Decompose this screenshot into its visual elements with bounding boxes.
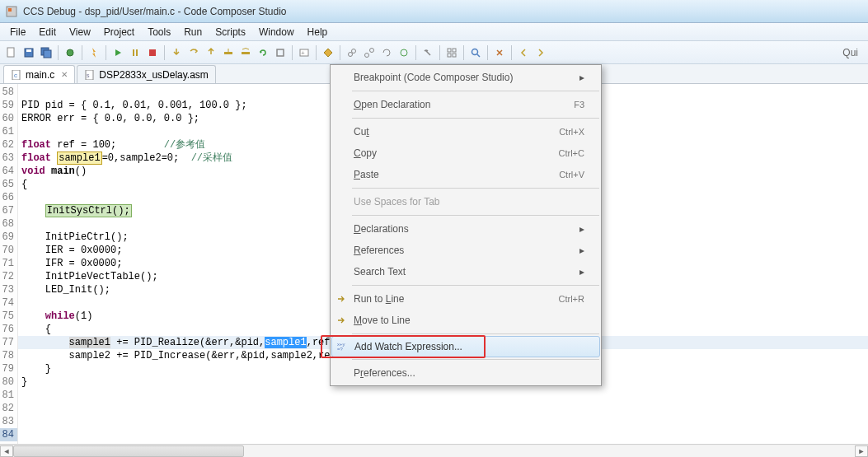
svg-text:c: c [14, 72, 17, 79]
menu-item-label: Add Watch Expression... [354, 341, 583, 352]
context-menu-item[interactable]: Preferences... [331, 362, 601, 384]
forward-icon[interactable] [533, 44, 549, 61]
menu-item-label: Copy [354, 147, 559, 159]
line-number: 83 [0, 415, 17, 428]
search-icon[interactable] [467, 44, 484, 61]
line-number: 67 [0, 204, 17, 217]
new-icon[interactable] [3, 44, 20, 61]
context-menu-item[interactable]: CopyCtrl+C [331, 142, 601, 164]
context-menu-item[interactable]: Move to Line [331, 310, 601, 331]
menu-separator [352, 91, 599, 91]
code-line[interactable] [18, 402, 868, 415]
menu-separator [352, 188, 599, 189]
step-asm-over-icon[interactable] [237, 44, 254, 61]
context-menu-item[interactable]: Declarations▸ [331, 218, 601, 240]
svg-rect-23 [453, 54, 456, 57]
svg-rect-8 [133, 49, 134, 56]
menu-bar: File Edit View Project Tools Run Scripts… [0, 23, 868, 41]
tab-usdelay-asm[interactable]: s DSP2833x_usDelay.asm [77, 65, 216, 83]
line-number: 75 [0, 310, 17, 323]
step-return-icon[interactable] [203, 44, 219, 61]
menu-shortcut: F3 [574, 100, 584, 110]
line-number: 82 [0, 402, 17, 415]
menu-file[interactable]: File [3, 25, 32, 40]
code-line[interactable] [18, 389, 868, 402]
menu-item-label: Run to Line [354, 293, 559, 305]
context-menu-item[interactable]: Breakpoint (Code Composer Studio)▸ [331, 67, 601, 88]
line-number: 76 [0, 323, 17, 336]
toggle-icon[interactable] [491, 44, 508, 61]
menu-scripts[interactable]: Scripts [209, 25, 252, 40]
save-icon[interactable] [21, 44, 37, 61]
menu-run[interactable]: Run [177, 25, 209, 40]
line-number: 64 [0, 165, 17, 178]
line-number: 79 [0, 362, 17, 375]
menu-separator [352, 359, 599, 360]
build-icon[interactable] [320, 44, 336, 61]
line-number: 74 [0, 296, 17, 310]
menu-separator [352, 333, 599, 334]
new-target-icon[interactable]: + [296, 44, 312, 61]
line-number: 81 [0, 389, 17, 402]
stop-icon[interactable] [144, 44, 161, 61]
step-asm-into-icon[interactable] [220, 44, 237, 61]
close-icon[interactable]: ✕ [61, 70, 68, 79]
reset-icon[interactable] [272, 44, 289, 61]
wrench-icon[interactable] [420, 44, 436, 61]
title-bar: CCS Debug - dsp_pid/User/main.c - Code C… [0, 0, 868, 23]
grid-icon[interactable] [443, 44, 460, 61]
step-into-icon[interactable] [168, 44, 185, 61]
code-line[interactable] [18, 415, 868, 428]
line-number: 59 [0, 99, 17, 112]
tab-main-c[interactable]: c main.c ✕ [3, 65, 75, 83]
code-line[interactable] [18, 428, 868, 441]
svg-text:+: + [301, 49, 305, 57]
menu-project[interactable]: Project [97, 25, 141, 40]
step-over-icon[interactable] [185, 44, 202, 61]
toolbar-sep [415, 45, 416, 60]
svg-point-24 [472, 49, 478, 54]
quick-access[interactable]: Qui [842, 47, 865, 58]
toolbar-sep [439, 45, 440, 60]
back-icon[interactable] [515, 44, 532, 61]
connect-icon[interactable] [344, 44, 360, 61]
toolbar-sep [316, 45, 317, 60]
menu-edit[interactable]: Edit [32, 25, 63, 40]
watch-icon: x+y=? [335, 340, 349, 353]
context-menu-item[interactable]: CutCtrl+X [331, 121, 601, 142]
menu-tools[interactable]: Tools [141, 25, 177, 40]
context-menu-item[interactable]: PasteCtrl+V [331, 164, 601, 185]
svg-rect-12 [242, 52, 250, 54]
restart-icon[interactable] [255, 44, 271, 61]
svg-rect-22 [448, 54, 451, 57]
scroll-left-icon[interactable]: ◄ [0, 445, 13, 457]
scroll-track[interactable] [13, 445, 855, 457]
pause-icon[interactable] [127, 44, 143, 61]
svg-text:s: s [87, 72, 90, 78]
disconnect-icon[interactable] [361, 44, 378, 61]
restore-icon[interactable] [378, 44, 395, 61]
context-menu-item[interactable]: Open DeclarationF3 [331, 94, 601, 115]
context-menu-item[interactable]: References▸ [331, 240, 601, 261]
menu-view[interactable]: View [63, 25, 97, 40]
context-menu-item[interactable]: Search Text▸ [331, 261, 601, 282]
flash-icon[interactable] [86, 44, 102, 61]
tab-label: DSP2833x_usDelay.asm [99, 69, 209, 81]
context-menu-item[interactable]: Run to LineCtrl+R [331, 288, 601, 310]
scrollbar-horizontal[interactable]: ◄ ► [0, 444, 868, 457]
scroll-right-icon[interactable]: ► [855, 445, 868, 457]
menu-window[interactable]: Window [252, 25, 301, 40]
scroll-thumb[interactable] [13, 445, 244, 457]
submenu-arrow-icon: ▸ [579, 266, 584, 277]
refresh-icon[interactable] [396, 44, 412, 61]
line-number: 69 [0, 231, 17, 244]
line-gutter: 5859606162636465666768697071727374757677… [0, 84, 18, 444]
save-all-icon[interactable] [38, 44, 54, 61]
debug-icon[interactable] [62, 44, 78, 61]
context-menu-item[interactable]: x+y=?Add Watch Expression... [331, 336, 600, 357]
menu-help[interactable]: Help [301, 25, 335, 40]
submenu-arrow-icon: ▸ [579, 223, 584, 235]
menu-separator [352, 215, 599, 216]
resume-icon[interactable] [110, 44, 126, 61]
toolbar-sep [292, 45, 293, 60]
